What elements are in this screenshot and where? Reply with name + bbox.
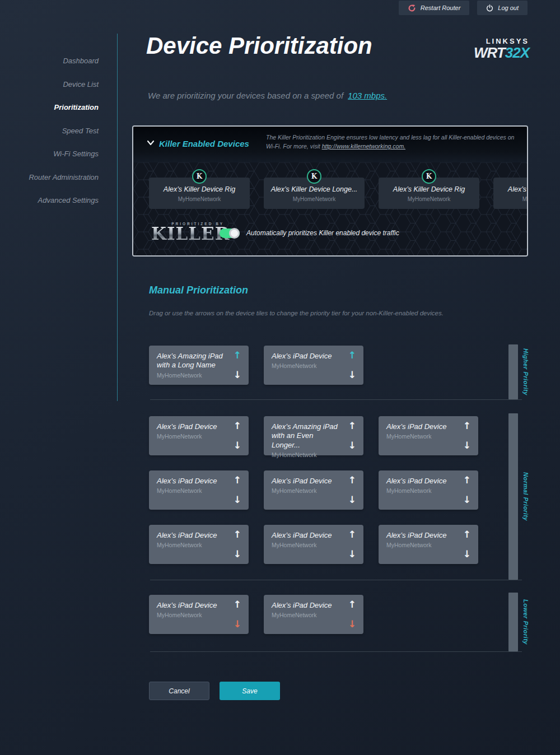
device-tile[interactable]: Alex’s iPad DeviceMyHomeNetwork↑↓: [264, 470, 363, 510]
device-tile[interactable]: Alex’s iPad DeviceMyHomeNetwork↑↓: [379, 525, 478, 564]
tile-arrow-group: ↑↓: [463, 421, 471, 450]
device-tile-name: Alex’s iPad Device: [272, 601, 340, 610]
priority-up-button[interactable]: ↑: [234, 351, 241, 360]
device-tile[interactable]: Alex’s iPad DeviceMyHomeNetwork↑↓: [149, 470, 249, 510]
priority-up-button[interactable]: ↑: [463, 530, 471, 539]
killer-device-network: MyHomeNetwork: [493, 196, 527, 202]
priority-up-button[interactable]: ↑: [463, 421, 471, 431]
device-tile[interactable]: Alex’s iPad DeviceMyHomeNetwork↑↓: [264, 595, 363, 634]
tile-arrow-group: ↑↓: [348, 351, 356, 380]
killer-badge-icon: K: [307, 169, 321, 184]
priority-scrollbar-higher-priority[interactable]: [508, 344, 518, 399]
device-tile-name: Alex’s iPad Device: [272, 531, 340, 540]
speed-link[interactable]: 103 mbps.: [348, 91, 387, 100]
page-title: Device Prioritization: [146, 32, 372, 59]
priority-up-button[interactable]: ↑: [348, 600, 356, 609]
device-tile-network: MyHomeNetwork: [157, 542, 241, 548]
killer-panel: Killer Enabled Devices The Killer Priori…: [132, 125, 528, 257]
device-tile[interactable]: Alex’s Amazing iPad with a Long NameMyHo…: [149, 346, 249, 385]
priority-up-button[interactable]: ↑: [234, 476, 241, 485]
device-tile[interactable]: Alex’s iPad DeviceMyHomeNetwork↑↓: [149, 595, 249, 634]
device-tile[interactable]: Alex’s iPad DeviceMyHomeNetwork↑↓: [264, 525, 363, 564]
killer-networking-link[interactable]: http://www.killernetworking.com.: [322, 143, 405, 150]
logout-button[interactable]: Log out: [477, 1, 528, 15]
tile-arrow-group: ↑↓: [348, 530, 356, 559]
killer-device-card: Alex’s Killer Device RigMyHomeNetwork: [493, 178, 527, 209]
priority-down-button[interactable]: ↓: [234, 495, 241, 505]
brand-model-suffix: 32X: [505, 44, 529, 61]
sidebar-item-device-list[interactable]: Device List: [0, 73, 99, 96]
device-tile[interactable]: Alex’s iPad DeviceMyHomeNetwork↑↓: [149, 416, 249, 455]
device-tile-name: Alex’s iPad Device: [157, 531, 225, 540]
device-tile-network: MyHomeNetwork: [157, 487, 241, 494]
brand-model: WRT32X: [474, 45, 529, 60]
device-tile-network: MyHomeNetwork: [272, 487, 356, 494]
priority-up-button[interactable]: ↑: [348, 476, 356, 485]
device-tile-network: MyHomeNetwork: [386, 433, 470, 440]
priority-label-higher-priority: Higher Priority: [520, 344, 531, 399]
device-tile-network: MyHomeNetwork: [272, 612, 356, 618]
sidebar-item-dashboard[interactable]: Dashboard: [0, 49, 99, 73]
restart-router-button[interactable]: Restart Router: [399, 1, 470, 15]
priority-scrollbar-normal-priority[interactable]: [508, 413, 518, 580]
priority-down-button[interactable]: ↓: [234, 370, 241, 380]
device-tile-network: MyHomeNetwork: [386, 487, 470, 494]
priority-down-button[interactable]: ↓: [234, 549, 241, 559]
sidebar-item-advanced-settings[interactable]: Advanced Settings: [0, 189, 99, 212]
killer-device-name: Alex’s Killer Device Longe...: [264, 185, 365, 193]
device-tile-network: MyHomeNetwork: [157, 433, 241, 440]
priority-up-button[interactable]: ↑: [348, 351, 356, 360]
device-tile-name: Alex’s Amazing iPad with a Long Name: [157, 352, 225, 370]
device-tile-network: MyHomeNetwork: [272, 542, 356, 548]
priority-scrollbar-lower-priority[interactable]: [508, 593, 518, 651]
tile-arrow-group: ↑↓: [234, 530, 241, 559]
priority-up-button[interactable]: ↑: [234, 421, 241, 431]
tile-arrow-group: ↑↓: [234, 476, 241, 505]
priority-down-button[interactable]: ↓: [234, 619, 241, 629]
tile-arrow-group: ↑↓: [234, 351, 241, 380]
priority-down-button[interactable]: ↓: [348, 370, 356, 380]
priority-down-button[interactable]: ↓: [463, 441, 471, 450]
priority-up-button[interactable]: ↑: [348, 421, 356, 431]
tile-arrow-group: ↑↓: [234, 421, 241, 450]
priority-up-button[interactable]: ↑: [463, 476, 471, 485]
priority-down-button[interactable]: ↓: [348, 619, 356, 629]
priority-down-button[interactable]: ↓: [348, 495, 356, 505]
priority-down-button[interactable]: ↓: [463, 495, 471, 505]
device-tile[interactable]: Alex’s iPad DeviceMyHomeNetwork↑↓: [264, 346, 363, 385]
killer-auto-toggle[interactable]: [220, 229, 240, 238]
killer-device-name: Alex’s Killer Device Rig: [149, 185, 250, 193]
device-tile[interactable]: Alex’s iPad DeviceMyHomeNetwork↑↓: [379, 470, 478, 510]
tile-arrow-group: ↑↓: [463, 476, 471, 505]
tile-arrow-group: ↑↓: [348, 476, 356, 505]
chevron-down-icon[interactable]: [147, 140, 155, 146]
sidebar-item-wi-fi-settings[interactable]: Wi-Fi Settings: [0, 142, 99, 166]
save-button[interactable]: Save: [220, 682, 280, 700]
priority-label-normal-priority: Normal Priority: [520, 413, 531, 580]
sidebar-item-speed-test[interactable]: Speed Test: [0, 119, 99, 143]
priority-down-button[interactable]: ↓: [348, 549, 356, 559]
killer-panel-body: Alex’s Killer Device RigMyHomeNetworkKAl…: [133, 162, 527, 255]
device-tile-name: Alex’s iPad Device: [272, 477, 340, 486]
priority-down-button[interactable]: ↓: [463, 549, 471, 559]
tile-arrow-group: ↑↓: [348, 421, 356, 450]
device-tile[interactable]: Alex’s Amazing iPad with an Even Longer.…: [264, 416, 363, 455]
killer-device-network: MyHomeNetwork: [379, 196, 479, 202]
killer-badge-icon: K: [422, 169, 436, 184]
device-tile[interactable]: Alex’s iPad DeviceMyHomeNetwork↑↓: [379, 416, 478, 455]
priority-up-button[interactable]: ↑: [348, 530, 356, 539]
device-tile-name: Alex’s iPad Device: [157, 422, 225, 431]
sidebar-item-prioritization[interactable]: Prioritization: [0, 96, 99, 119]
sidebar-item-router-administration[interactable]: Router Administration: [0, 166, 99, 189]
priority-down-button[interactable]: ↓: [348, 441, 356, 450]
priority-up-button[interactable]: ↑: [234, 600, 241, 609]
cancel-button[interactable]: Cancel: [149, 682, 209, 700]
device-tile-name: Alex’s iPad Device: [157, 601, 225, 610]
device-tile-name: Alex’s iPad Device: [386, 477, 455, 486]
device-tile[interactable]: Alex’s iPad DeviceMyHomeNetwork↑↓: [149, 525, 249, 564]
priority-up-button[interactable]: ↑: [234, 530, 241, 539]
device-tile-name: Alex’s iPad Device: [157, 477, 225, 486]
killer-toggle-label: Automatically prioritizes Killer enabled…: [246, 229, 399, 237]
priority-down-button[interactable]: ↓: [234, 441, 241, 450]
page-subtitle: We are prioritizing your devices based o…: [148, 91, 387, 100]
